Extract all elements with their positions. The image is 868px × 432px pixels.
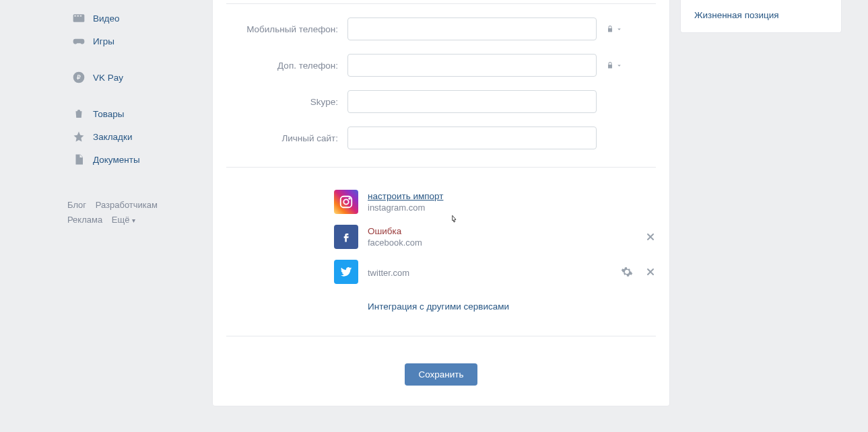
privacy-dropdown-mobile[interactable] bbox=[606, 24, 622, 34]
personal-site-row: Личный сайт: bbox=[213, 127, 669, 149]
twitter-domain: twitter.com bbox=[368, 268, 621, 278]
left-sidebar: Видео Игры ₽ VK Pay Товары Закладки bbox=[67, 0, 202, 406]
footer-link-blog[interactable]: Блог bbox=[67, 200, 86, 210]
facebook-status: Ошибка bbox=[368, 226, 645, 236]
sidebar-item-label: Документы bbox=[93, 155, 140, 165]
twitter-icon bbox=[334, 260, 358, 284]
contacts-settings-card: Мобильный телефон: Доп. телефон: Skype: … bbox=[212, 0, 670, 406]
facebook-icon bbox=[334, 225, 358, 249]
sidebar-item-games[interactable]: Игры bbox=[67, 30, 202, 52]
footer-link-ads[interactable]: Реклама bbox=[67, 215, 102, 225]
skype-input[interactable] bbox=[347, 90, 597, 113]
more-integrations-link[interactable]: Интеграция с другими сервисами bbox=[368, 301, 509, 312]
gear-icon bbox=[621, 266, 633, 278]
games-icon bbox=[71, 34, 86, 48]
sidebar-item-shop[interactable]: Товары bbox=[67, 102, 202, 125]
lock-icon bbox=[606, 61, 614, 70]
twitter-row: twitter.com bbox=[226, 254, 656, 289]
personal-site-label: Личный сайт: bbox=[226, 133, 347, 143]
sidebar-item-label: Видео bbox=[93, 13, 119, 24]
sidebar-item-label: Закладки bbox=[93, 132, 132, 142]
skype-row: Skype: bbox=[213, 90, 669, 113]
more-integrations-row: Интеграция с другими сервисами bbox=[226, 296, 656, 317]
sidebar-item-label: Товары bbox=[93, 109, 124, 119]
mobile-phone-label: Мобильный телефон: bbox=[226, 24, 347, 34]
instagram-row: настроить импорт instagram.com bbox=[226, 184, 656, 219]
svg-rect-1 bbox=[74, 15, 76, 17]
close-icon bbox=[645, 266, 656, 277]
social-integrations: настроить импорт instagram.com Ошибка fa… bbox=[213, 168, 669, 324]
sidebar-item-label: VK Pay bbox=[93, 73, 123, 83]
svg-rect-3 bbox=[80, 15, 82, 17]
chevron-down-icon bbox=[616, 63, 622, 69]
svg-point-8 bbox=[349, 198, 350, 199]
extra-phone-row: Доп. телефон: bbox=[213, 54, 669, 77]
svg-point-7 bbox=[343, 199, 348, 204]
instagram-domain: instagram.com bbox=[368, 203, 656, 213]
sidebar-footer: Блог Разработчикам Реклама Ещё ▾ bbox=[67, 198, 202, 228]
extra-phone-input[interactable] bbox=[347, 54, 597, 77]
sidebar-item-bookmarks[interactable]: Закладки bbox=[67, 125, 202, 148]
vkpay-icon: ₽ bbox=[71, 70, 86, 85]
lock-icon bbox=[606, 24, 614, 34]
footer-link-more[interactable]: Ещё ▾ bbox=[112, 215, 135, 225]
mobile-phone-input[interactable] bbox=[347, 17, 597, 40]
instagram-icon bbox=[334, 190, 358, 214]
sidebar-item-vkpay[interactable]: ₽ VK Pay bbox=[67, 66, 202, 89]
right-tab-life-position[interactable]: Жизненная позиция bbox=[680, 0, 842, 33]
svg-text:₽: ₽ bbox=[77, 74, 81, 81]
close-icon bbox=[645, 231, 656, 242]
right-tab-label: Жизненная позиция bbox=[694, 10, 779, 20]
svg-rect-2 bbox=[77, 15, 79, 17]
shop-icon bbox=[71, 106, 86, 121]
twitter-disconnect-button[interactable] bbox=[645, 266, 656, 277]
facebook-disconnect-button[interactable] bbox=[645, 231, 656, 242]
divider bbox=[226, 3, 656, 4]
extra-phone-label: Доп. телефон: bbox=[226, 61, 347, 71]
video-icon bbox=[71, 11, 86, 26]
sidebar-item-label: Игры bbox=[93, 36, 114, 46]
skype-label: Skype: bbox=[226, 97, 347, 107]
privacy-dropdown-extra[interactable] bbox=[606, 61, 622, 70]
star-icon bbox=[71, 129, 86, 144]
mobile-phone-row: Мобильный телефон: bbox=[213, 17, 669, 40]
save-button[interactable]: Сохранить bbox=[405, 363, 477, 386]
chevron-down-icon bbox=[616, 26, 622, 32]
instagram-configure-link[interactable]: настроить импорт bbox=[368, 191, 656, 201]
personal-site-input[interactable] bbox=[347, 127, 597, 149]
chevron-down-icon: ▾ bbox=[132, 217, 135, 224]
twitter-settings-button[interactable] bbox=[621, 266, 633, 278]
sidebar-item-documents[interactable]: Документы bbox=[67, 148, 202, 171]
sidebar-item-video[interactable]: Видео bbox=[67, 7, 202, 30]
footer-link-developers[interactable]: Разработчикам bbox=[96, 200, 158, 210]
facebook-row: Ошибка facebook.com bbox=[226, 219, 656, 254]
document-icon bbox=[71, 152, 86, 167]
facebook-domain: facebook.com bbox=[368, 238, 645, 248]
